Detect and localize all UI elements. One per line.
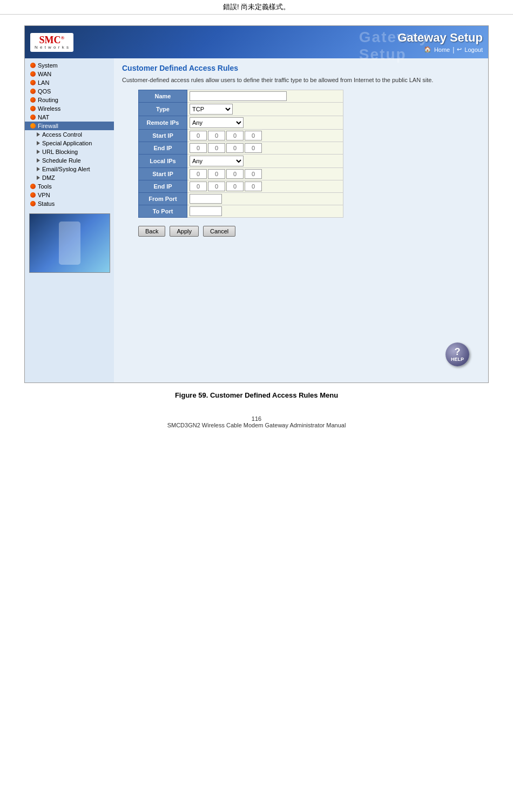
access-rules-form: Name Type TCP: [138, 90, 343, 218]
back-button[interactable]: Back: [138, 226, 165, 237]
remote-ips-select[interactable]: Any Single Range: [190, 117, 244, 128]
type-select[interactable]: TCP UDP ICMP: [190, 104, 233, 115]
label-end-ip-remote: End IP: [139, 142, 187, 155]
sidebar-label-email-syslog: Email/Syslog Alert: [42, 166, 90, 172]
end-ip-remote-2[interactable]: [208, 143, 225, 153]
form-row-name: Name: [139, 90, 343, 103]
header-nav: 🏠 Home | ↩ Logout: [424, 46, 483, 53]
bullet-icon: [30, 106, 36, 111]
local-ips-select[interactable]: Any Single Range: [190, 156, 244, 166]
to-port-input[interactable]: [190, 206, 222, 216]
start-ip-local-inputs: [190, 169, 341, 179]
content-wrapper: Customer Defined Access Rules Customer-d…: [122, 64, 480, 377]
sidebar-item-tools[interactable]: Tools: [25, 182, 114, 191]
logout-link[interactable]: Logout: [464, 46, 483, 53]
end-ip-local-1[interactable]: [190, 182, 207, 191]
sidebar-item-vpn[interactable]: VPN: [25, 191, 114, 199]
form-row-remote-ips: Remote IPs Any Single Range: [139, 116, 343, 130]
sidebar-item-dmz[interactable]: DMZ: [25, 173, 114, 182]
smc-networks-text: N e t w o r k s: [35, 45, 69, 50]
sidebar-item-url-blocking[interactable]: URL Blocking: [25, 147, 114, 156]
sidebar-label-system: System: [38, 62, 58, 69]
arrow-icon: [37, 132, 40, 137]
arrow-icon: [37, 158, 40, 163]
sidebar-item-access-control[interactable]: Access Control: [25, 130, 114, 139]
footer-page-number: 116: [16, 415, 497, 422]
sidebar-item-routing[interactable]: Routing: [25, 96, 114, 104]
end-ip-remote-3[interactable]: [226, 143, 244, 153]
start-ip-remote-4[interactable]: [245, 131, 262, 140]
sidebar-item-schedule-rule[interactable]: Schedule Rule: [25, 156, 114, 165]
sidebar-item-lan[interactable]: LAN: [25, 78, 114, 87]
start-ip-remote-1[interactable]: [190, 131, 207, 140]
name-input[interactable]: [190, 91, 287, 101]
sidebar-item-status[interactable]: Status: [25, 199, 114, 208]
end-ip-local-3[interactable]: [226, 182, 244, 191]
page-title: Customer Defined Access Rules: [122, 64, 480, 72]
form-row-end-ip-remote: End IP: [139, 142, 343, 155]
sidebar-label-qos: QOS: [38, 88, 51, 95]
start-ip-local-4[interactable]: [245, 169, 262, 179]
end-ip-remote-1[interactable]: [190, 143, 207, 153]
error-text: 錯誤! 尚未定義樣式。: [223, 3, 290, 11]
bullet-icon: [30, 184, 36, 189]
sidebar-label-wireless: Wireless: [38, 105, 60, 112]
arrow-icon: [37, 176, 40, 180]
end-ip-local-inputs: [190, 182, 341, 191]
bullet-icon: [30, 89, 36, 94]
start-ip-local-2[interactable]: [208, 169, 225, 179]
cancel-button[interactable]: Cancel: [203, 226, 235, 237]
label-start-ip-local: Start IP: [139, 168, 187, 180]
sidebar-label-url-blocking: URL Blocking: [42, 149, 78, 155]
sidebar-item-qos[interactable]: QOS: [25, 87, 114, 96]
bullet-icon: [30, 71, 36, 77]
sidebar-item-wireless[interactable]: Wireless: [25, 104, 114, 113]
end-ip-remote-inputs: [190, 143, 341, 153]
start-ip-remote-3[interactable]: [226, 131, 244, 140]
home-link[interactable]: Home: [434, 46, 450, 53]
sidebar-item-special-application[interactable]: Special Application: [25, 139, 114, 147]
end-ip-local-4[interactable]: [245, 182, 262, 191]
end-ip-remote-4[interactable]: [245, 143, 262, 153]
apply-button[interactable]: Apply: [170, 226, 199, 237]
sidebar-item-system[interactable]: System: [25, 61, 114, 70]
form-row-start-ip-local: Start IP: [139, 168, 343, 180]
footer-manual-title: SMCD3GN2 Wireless Cable Modem Gateway Ad…: [16, 422, 497, 428]
sidebar-label-routing: Routing: [38, 97, 58, 103]
figure-caption: Figure 59. Customer Defined Access Rules…: [16, 391, 497, 399]
sidebar-label-vpn: VPN: [38, 192, 50, 198]
figure-silhouette: [59, 222, 80, 265]
help-button[interactable]: ? HELP: [446, 343, 469, 366]
start-ip-remote-inputs: [190, 131, 341, 140]
start-ip-remote-2[interactable]: [208, 131, 225, 140]
from-port-input[interactable]: [190, 194, 222, 204]
end-ip-local-2[interactable]: [208, 182, 225, 191]
main-content: Customer Defined Access Rules Customer-d…: [114, 58, 488, 382]
bullet-icon: [30, 201, 36, 206]
button-area: Back Apply Cancel: [138, 226, 480, 237]
help-question-mark: ?: [455, 347, 461, 357]
bullet-icon: [30, 97, 36, 103]
form-row-start-ip-remote: Start IP: [139, 130, 343, 142]
label-from-port: From Port: [139, 193, 187, 205]
sidebar-label-wan: WAN: [38, 71, 51, 77]
start-ip-local-1[interactable]: [190, 169, 207, 179]
label-type: Type: [139, 103, 187, 116]
sidebar-item-wan[interactable]: WAN: [25, 70, 114, 78]
sidebar-item-nat[interactable]: NAT: [25, 113, 114, 122]
sidebar-label-access-control: Access Control: [42, 131, 82, 138]
arrow-icon: [37, 141, 40, 145]
arrow-icon: [37, 150, 40, 154]
start-ip-local-3[interactable]: [226, 169, 244, 179]
sidebar-label-firewall: Firewall: [38, 123, 58, 129]
bullet-icon: [30, 80, 36, 85]
form-row-from-port: From Port: [139, 193, 343, 205]
main-wrapper: SMC® N e t w o r k s Gateway Setup Gatew…: [0, 15, 513, 450]
sidebar-item-firewall[interactable]: Firewall: [25, 122, 114, 130]
sidebar-label-tools: Tools: [38, 183, 52, 190]
sidebar-item-email-syslog[interactable]: Email/Syslog Alert: [25, 165, 114, 173]
bullet-icon: [30, 63, 36, 68]
content-area: System WAN LAN QOS: [25, 58, 488, 382]
form-row-local-ips: Local IPs Any Single Range: [139, 155, 343, 168]
smc-logo-text: SMC®: [39, 35, 65, 45]
